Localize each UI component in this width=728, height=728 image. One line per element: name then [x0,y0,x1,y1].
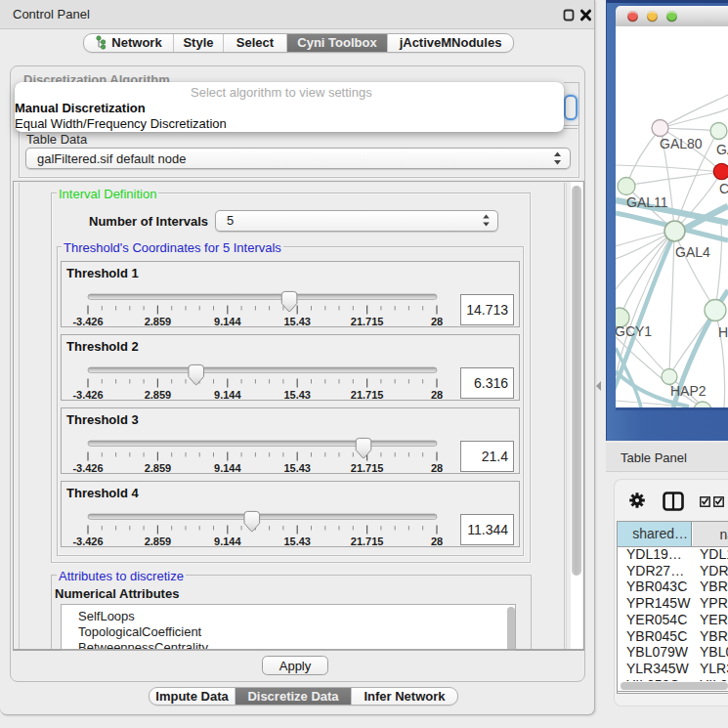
svg-text:28: 28 [431,389,443,401]
svg-text:21.715: 21.715 [351,389,384,401]
svg-text:15.43: 15.43 [283,316,311,327]
svg-text:2.859: 2.859 [145,389,172,401]
svg-text:21.715: 21.715 [351,316,384,327]
svg-text:28: 28 [431,535,443,547]
svg-text:15.43: 15.43 [283,389,311,401]
svg-text:15.43: 15.43 [283,535,311,547]
svg-text:15.43: 15.43 [283,462,311,474]
svg-text:-3.426: -3.426 [72,462,103,474]
svg-text:2.859: 2.859 [145,535,172,547]
svg-text:9.144: 9.144 [214,389,241,401]
svg-text:9.144: 9.144 [214,316,241,327]
svg-text:GAL4: GAL4 [675,244,710,260]
svg-text:GA: GA [716,142,728,157]
svg-text:GCY1: GCY1 [616,323,652,339]
svg-text:2.859: 2.859 [145,462,172,474]
svg-text:GAL11: GAL11 [626,194,668,210]
svg-text:28: 28 [431,462,443,474]
svg-text:H: H [718,324,728,340]
svg-text:21.715: 21.715 [351,462,384,474]
svg-text:21.715: 21.715 [351,535,384,547]
svg-text:HAP2: HAP2 [670,383,707,399]
svg-text:28: 28 [431,316,443,327]
svg-text:GAL80: GAL80 [660,136,703,151]
svg-text:9.144: 9.144 [214,462,241,474]
svg-text:2.859: 2.859 [145,316,172,327]
svg-text:-3.426: -3.426 [72,389,103,401]
svg-text:-3.426: -3.426 [72,316,103,327]
svg-text:-3.426: -3.426 [72,535,103,547]
svg-text:C: C [719,181,728,196]
svg-text:9.144: 9.144 [214,535,241,547]
